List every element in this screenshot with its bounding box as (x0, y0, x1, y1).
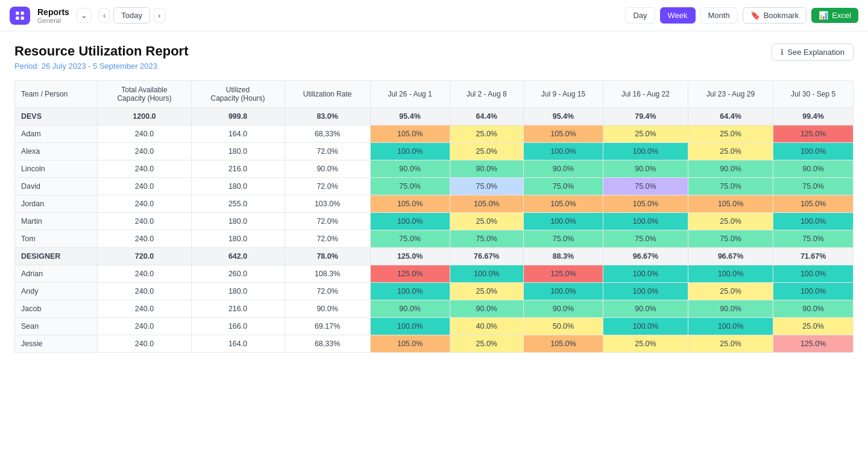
see-explanation-label: See Explanation (787, 48, 844, 57)
cell-week-4: 100.0% (603, 143, 688, 160)
cell-utilized: 260.0 (191, 265, 285, 283)
col-week3: Jul 9 - Aug 15 (524, 81, 603, 108)
table-row: Sean240.0166.069.17%100.0%40.0%50.0%100.… (15, 318, 854, 335)
cell-week-2: 75.0% (450, 230, 524, 248)
cell-week-2: 25.0% (450, 335, 524, 353)
cell-rate: 68,33% (285, 125, 370, 143)
svg-rect-0 (16, 11, 19, 14)
col-week1: Jul 26 - Aug 1 (370, 81, 450, 108)
cell-week-5: 25.0% (688, 213, 773, 230)
cell-name: Sean (15, 318, 98, 335)
cell-week-6: 100.0% (773, 213, 854, 230)
cell-week-1: 75.0% (370, 230, 450, 248)
cell-utilized: 642.0 (191, 248, 285, 265)
cell-name: DEVS (15, 108, 98, 125)
cell-week-4: 100.0% (603, 265, 688, 283)
cell-week-2: 90.0% (450, 160, 524, 178)
top-bar-left: Reports General ⌄ ‹ Today › (10, 7, 165, 25)
cell-utilized: 164.0 (191, 335, 285, 353)
cell-week-5: 90.0% (688, 300, 773, 318)
col-utilized: UtilizedCapacity (Hours) (191, 81, 285, 108)
cell-week-1: 100.0% (370, 213, 450, 230)
cell-week-1: 75.0% (370, 178, 450, 195)
table-row: Tom240.0180.072.0%75.0%75.0%75.0%75.0%75… (15, 230, 854, 248)
cell-rate: 90.0% (285, 300, 370, 318)
cell-week-5: 25.0% (688, 283, 773, 300)
cell-week-5: 25.0% (688, 335, 773, 353)
cell-rate: 69.17% (285, 318, 370, 335)
prev-btn[interactable]: ‹ (99, 8, 110, 23)
cell-week-6: 125.0% (773, 125, 854, 143)
cell-week-6: 75.0% (773, 230, 854, 248)
cell-name: Tom (15, 230, 98, 248)
cell-rate: 72.0% (285, 230, 370, 248)
excel-label: Excel (832, 11, 851, 20)
cell-available: 240.0 (98, 125, 191, 143)
cell-week-4: 90.0% (603, 160, 688, 178)
cell-week-6: 100.0% (773, 283, 854, 300)
cell-name: Jordan (15, 195, 98, 213)
cell-week-4: 75.0% (603, 178, 688, 195)
cell-utilized: 180.0 (191, 178, 285, 195)
cell-week-1: 100.0% (370, 283, 450, 300)
cell-week-4: 105.0% (603, 195, 688, 213)
week-btn[interactable]: Week (660, 7, 696, 24)
bookmark-icon: 🔖 (750, 11, 760, 20)
cell-utilized: 216.0 (191, 160, 285, 178)
cell-utilized: 166.0 (191, 318, 285, 335)
cell-week-2: 75.0% (450, 178, 524, 195)
cell-week-2: 25.0% (450, 213, 524, 230)
cell-week-5: 96.67% (688, 248, 773, 265)
bookmark-btn[interactable]: 🔖 Bookmark (743, 7, 807, 24)
cell-week-6: 75.0% (773, 178, 854, 195)
cell-week-5: 25.0% (688, 125, 773, 143)
table-row: Adrian240.0260.0108.3%125.0%100.0%125.0%… (15, 265, 854, 283)
chevron-up-down-btn[interactable]: ⌄ (77, 8, 92, 23)
reports-title: Reports (37, 7, 69, 17)
cell-name: DESIGNER (15, 248, 98, 265)
col-week5: Jul 23 - Aug 29 (688, 81, 773, 108)
cell-week-1: 90.0% (370, 300, 450, 318)
see-explanation-btn[interactable]: ℹ See Explanation (772, 43, 854, 61)
cell-available: 240.0 (98, 230, 191, 248)
cell-week-2: 76.67% (450, 248, 524, 265)
table-row: Andy240.0180.072.0%100.0%25.0%100.0%100.… (15, 283, 854, 300)
cell-week-4: 96.67% (603, 248, 688, 265)
cell-rate: 72.0% (285, 283, 370, 300)
cell-available: 240.0 (98, 335, 191, 353)
cell-week-3: 100.0% (524, 283, 603, 300)
table-row: Jacob240.0216.090.0%90.0%90.0%90.0%90.0%… (15, 300, 854, 318)
cell-week-2: 64.4% (450, 108, 524, 125)
cell-week-1: 125.0% (370, 265, 450, 283)
page-period: Period: 26 July 2023 - 5 September 2023 (14, 62, 188, 71)
col-week6: Jul 30 - Sep 5 (773, 81, 854, 108)
table-row: DESIGNER720.0642.078.0%125.0%76.67%88.3%… (15, 248, 854, 265)
report-table: Team / Person Total AvailableCapacity (H… (14, 80, 854, 353)
reports-sub: General (37, 17, 69, 24)
cell-week-2: 100.0% (450, 265, 524, 283)
cell-week-6: 125.0% (773, 335, 854, 353)
cell-week-4: 100.0% (603, 213, 688, 230)
table-row: Jordan240.0255.0103.0%105.0%105.0%105.0%… (15, 195, 854, 213)
month-btn[interactable]: Month (700, 7, 738, 24)
cell-week-1: 100.0% (370, 318, 450, 335)
day-btn[interactable]: Day (625, 7, 655, 24)
today-btn[interactable]: Today (113, 7, 150, 24)
cell-week-6: 71.67% (773, 248, 854, 265)
page-title: Resource Utilization Report (14, 43, 188, 59)
next-btn[interactable]: › (154, 8, 165, 23)
cell-week-5: 105.0% (688, 195, 773, 213)
cell-week-5: 25.0% (688, 143, 773, 160)
cell-available: 240.0 (98, 213, 191, 230)
table-row: Adam240.0164.068,33%105.0%25.0%105.0%25.… (15, 125, 854, 143)
top-bar-right: Day Week Month 🔖 Bookmark 📊 Excel (625, 7, 858, 24)
cell-rate: 108.3% (285, 265, 370, 283)
cell-week-5: 75.0% (688, 230, 773, 248)
cell-available: 240.0 (98, 143, 191, 160)
excel-btn[interactable]: 📊 Excel (811, 8, 858, 23)
col-team: Team / Person (15, 81, 98, 108)
cell-week-2: 25.0% (450, 125, 524, 143)
cell-available: 240.0 (98, 160, 191, 178)
cell-week-5: 90.0% (688, 160, 773, 178)
cell-rate: 72.0% (285, 213, 370, 230)
